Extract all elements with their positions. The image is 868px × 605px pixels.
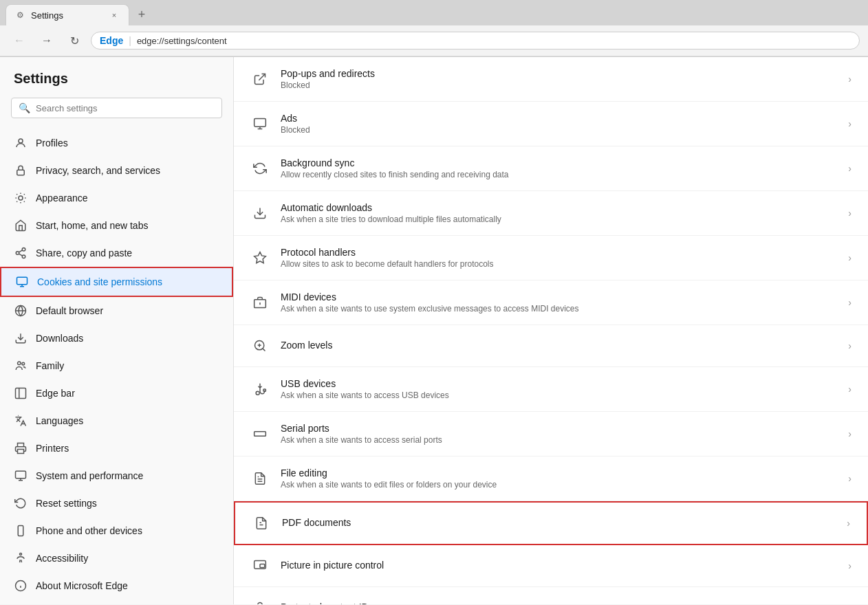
sidebar-item-label: Phone and other devices xyxy=(36,525,142,536)
sidebar-item-appearance[interactable]: Appearance xyxy=(0,184,233,212)
tab-close-button[interactable]: × xyxy=(108,9,120,21)
background-sync-subtitle: Allow recently closed sites to finish se… xyxy=(281,170,837,179)
sidebar-item-system[interactable]: System and performance xyxy=(0,462,233,490)
sidebar-item-reset[interactable]: Reset settings xyxy=(0,490,233,517)
settings-item-usb[interactable]: USB devices Ask when a site wants to acc… xyxy=(234,367,868,412)
svg-rect-17 xyxy=(16,471,26,478)
protocol-handlers-icon xyxy=(250,248,270,267)
phone-icon xyxy=(14,524,28,538)
file-editing-subtitle: Ask when a site wants to edit files or f… xyxy=(281,480,837,490)
sidebar: Settings 🔍 Profiles Privacy, search, and… xyxy=(0,57,234,604)
popups-icon xyxy=(250,69,270,89)
address-bar[interactable]: Edge | edge://settings/content xyxy=(91,32,860,50)
refresh-button[interactable]: ↻ xyxy=(63,30,85,52)
settings-item-popups[interactable]: Pop-ups and redirects Blocked › xyxy=(234,57,868,102)
svg-point-3 xyxy=(22,248,25,252)
sidebar-item-default-browser[interactable]: Default browser xyxy=(0,297,233,324)
sidebar-item-family[interactable]: Family xyxy=(0,352,233,380)
search-icon: 🔍 xyxy=(19,102,30,113)
pdf-icon xyxy=(252,514,271,533)
settings-item-file-editing[interactable]: File editing Ask when a site wants to ed… xyxy=(234,456,868,501)
serial-content: Serial ports Ask when a site wants to ac… xyxy=(281,423,837,445)
search-input[interactable] xyxy=(36,103,215,113)
sidebar-item-label: System and performance xyxy=(36,470,143,481)
midi-subtitle: Ask when a site wants to use system excl… xyxy=(281,304,837,314)
ads-icon xyxy=(250,114,270,133)
usb-subtitle: Ask when a site wants to access USB devi… xyxy=(281,390,837,400)
protected-content-chevron: › xyxy=(848,602,851,604)
sidebar-item-share[interactable]: Share, copy and paste xyxy=(0,239,233,267)
sidebar-item-cookies[interactable]: Cookies and site permissions xyxy=(0,267,233,297)
svg-rect-1 xyxy=(17,170,25,175)
settings-item-zoom[interactable]: Zoom levels › xyxy=(234,325,868,367)
protected-content-content: Protected content IDs xyxy=(281,602,837,604)
cookies-icon xyxy=(15,275,29,289)
system-icon xyxy=(14,469,28,483)
zoom-chevron: › xyxy=(848,340,851,351)
usb-title: USB devices xyxy=(281,378,837,389)
background-sync-icon xyxy=(250,159,270,178)
sidebar-item-about[interactable]: About Microsoft Edge xyxy=(0,572,233,600)
search-box[interactable]: 🔍 xyxy=(11,98,222,118)
settings-item-protocol-handlers[interactable]: Protocol handlers Allow sites to ask to … xyxy=(234,236,868,280)
sidebar-item-label: Privacy, search, and services xyxy=(36,165,160,176)
file-editing-title: File editing xyxy=(281,468,837,478)
sidebar-item-start[interactable]: Start, home, and new tabs xyxy=(0,212,233,239)
privacy-icon xyxy=(14,164,28,177)
sidebar-item-label: Printers xyxy=(36,443,69,454)
settings-tab[interactable]: ⚙ Settings × xyxy=(6,4,129,25)
accessibility-icon xyxy=(14,551,28,565)
sidebar-item-label: Share, copy and paste xyxy=(36,248,132,258)
pip-chevron: › xyxy=(848,560,851,571)
edge-bar-icon xyxy=(14,386,28,400)
sidebar-item-printers[interactable]: Printers xyxy=(0,434,233,462)
settings-item-auto-downloads[interactable]: Automatic downloads Ask when a site trie… xyxy=(234,191,868,236)
settings-item-serial[interactable]: Serial ports Ask when a site wants to ac… xyxy=(234,412,868,456)
back-button[interactable]: ← xyxy=(8,30,30,52)
midi-title: MIDI devices xyxy=(281,292,837,302)
sidebar-item-privacy[interactable]: Privacy, search, and services xyxy=(0,157,233,184)
serial-icon xyxy=(250,424,270,443)
sidebar-item-label: Start, home, and new tabs xyxy=(36,220,148,231)
usb-content: USB devices Ask when a site wants to acc… xyxy=(281,378,837,400)
pdf-content: PDF documents xyxy=(282,517,836,529)
browser-chrome: ⚙ Settings × + ← → ↻ Edge | edge://setti… xyxy=(0,0,868,57)
family-icon xyxy=(14,359,28,373)
settings-item-pip[interactable]: Picture in picture control › xyxy=(234,545,868,587)
settings-item-midi[interactable]: MIDI devices Ask when a site wants to us… xyxy=(234,280,868,325)
background-sync-chevron: › xyxy=(848,163,851,174)
sidebar-item-edge-bar[interactable]: Edge bar xyxy=(0,380,233,407)
sidebar-item-languages[interactable]: Languages xyxy=(0,407,233,434)
svg-point-13 xyxy=(22,362,25,365)
languages-icon xyxy=(14,414,28,428)
settings-item-background-sync[interactable]: Background sync Allow recently closed si… xyxy=(234,146,868,191)
sidebar-item-label: Downloads xyxy=(36,333,83,344)
settings-item-pdf[interactable]: PDF documents › xyxy=(234,501,868,545)
sidebar-item-phone[interactable]: Phone and other devices xyxy=(0,517,233,544)
nav-bar: ← → ↻ Edge | edge://settings/content xyxy=(0,25,868,56)
svg-rect-39 xyxy=(254,432,266,437)
sidebar-item-profiles[interactable]: Profiles xyxy=(0,129,233,157)
auto-downloads-icon xyxy=(250,204,270,223)
sidebar-item-label: Default browser xyxy=(36,305,103,316)
sidebar-item-downloads[interactable]: Downloads xyxy=(0,324,233,352)
forward-button[interactable]: → xyxy=(36,30,58,52)
protocol-handlers-title: Protocol handlers xyxy=(281,247,837,258)
settings-item-protected-content[interactable]: Protected content IDs › xyxy=(234,587,868,604)
serial-title: Serial ports xyxy=(281,423,837,434)
address-separator: | xyxy=(129,35,131,46)
file-editing-icon xyxy=(250,469,270,488)
tab-title: Settings xyxy=(31,10,102,21)
protocol-handlers-subtitle: Allow sites to ask to become default han… xyxy=(281,259,837,269)
svg-line-34 xyxy=(263,349,265,351)
new-tab-button[interactable]: + xyxy=(132,6,151,25)
ads-title: Ads xyxy=(281,113,837,124)
usb-icon xyxy=(250,380,270,399)
content-area: Pop-ups and redirects Blocked › Ads Bloc… xyxy=(234,57,868,604)
auto-downloads-subtitle: Ask when a site tries to download multip… xyxy=(281,214,837,224)
zoom-icon xyxy=(250,336,270,355)
svg-line-6 xyxy=(19,254,22,256)
settings-item-ads[interactable]: Ads Blocked › xyxy=(234,102,868,146)
ads-subtitle: Blocked xyxy=(281,125,837,135)
sidebar-item-accessibility[interactable]: Accessibility xyxy=(0,544,233,572)
